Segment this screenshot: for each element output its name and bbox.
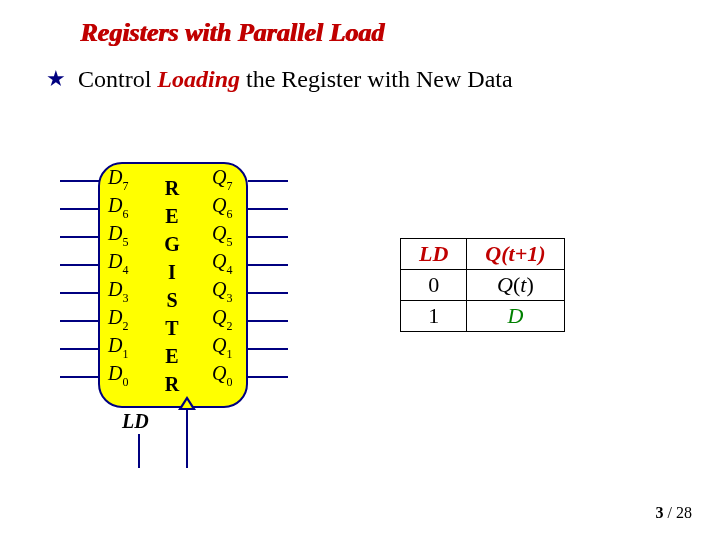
q1-wire — [248, 348, 288, 350]
page-number: 3 / 28 — [656, 504, 692, 522]
clock-icon-inner — [182, 400, 192, 408]
cell-ld1: 1 — [401, 301, 467, 332]
bullet-line: ★ Control Loading the Register with New … — [46, 64, 513, 93]
q1-label: Q1 — [212, 334, 232, 361]
cell-q0: Q(t) — [467, 270, 564, 301]
d0-label: D0 — [108, 362, 128, 389]
page-title: Registers with Parallel Load — [80, 18, 384, 48]
th-ld: LD — [401, 239, 467, 270]
d2-wire — [60, 320, 98, 322]
star-icon: ★ — [46, 66, 66, 92]
d3-wire — [60, 292, 98, 294]
page-current: 3 — [656, 504, 664, 521]
q3-wire — [248, 292, 288, 294]
ld-wire — [138, 434, 140, 468]
d2-label: D2 — [108, 306, 128, 333]
d4-wire — [60, 264, 98, 266]
page-sep: / — [664, 504, 676, 521]
d5-wire — [60, 236, 98, 238]
q7-wire — [248, 180, 288, 182]
d4-label: D4 — [108, 250, 128, 277]
q4-wire — [248, 264, 288, 266]
d7-wire — [60, 180, 100, 182]
cell-q1: D — [467, 301, 564, 332]
q0-wire — [248, 376, 288, 378]
register-diagram: R E G I S T E R D7 D6 D5 D4 D3 D2 D1 D0 … — [60, 150, 320, 490]
table-header: LD Q(t+1) — [401, 239, 565, 270]
q2-wire — [248, 320, 288, 322]
q3-label: Q3 — [212, 278, 232, 305]
d1-label: D1 — [108, 334, 128, 361]
q6-label: Q6 — [212, 194, 232, 221]
th-q: Q(t+1) — [467, 239, 564, 270]
page-total: 28 — [676, 504, 692, 521]
table-row: 1 D — [401, 301, 565, 332]
truth-table: LD Q(t+1) 0 Q(t) 1 D — [400, 238, 565, 332]
d5-label: D5 — [108, 222, 128, 249]
table-row: 0 Q(t) — [401, 270, 565, 301]
d1-wire — [60, 348, 98, 350]
d0-wire — [60, 376, 100, 378]
bullet-text: Control Loading the Register with New Da… — [78, 66, 513, 92]
q7-label: Q7 — [212, 166, 232, 193]
bullet-post: the Register with New Data — [240, 66, 513, 92]
d6-label: D6 — [108, 194, 128, 221]
d7-label: D7 — [108, 166, 128, 193]
d6-wire — [60, 208, 98, 210]
q2-label: Q2 — [212, 306, 232, 333]
bullet-pre: Control — [78, 66, 157, 92]
q0-label: Q0 — [212, 362, 232, 389]
q5-label: Q5 — [212, 222, 232, 249]
d3-label: D3 — [108, 278, 128, 305]
ld-label: LD — [122, 410, 149, 433]
q4-label: Q4 — [212, 250, 232, 277]
q6-wire — [248, 208, 288, 210]
q5-wire — [248, 236, 288, 238]
cell-ld0: 0 — [401, 270, 467, 301]
clk-wire — [186, 410, 188, 468]
bullet-loading: Loading — [157, 66, 240, 92]
